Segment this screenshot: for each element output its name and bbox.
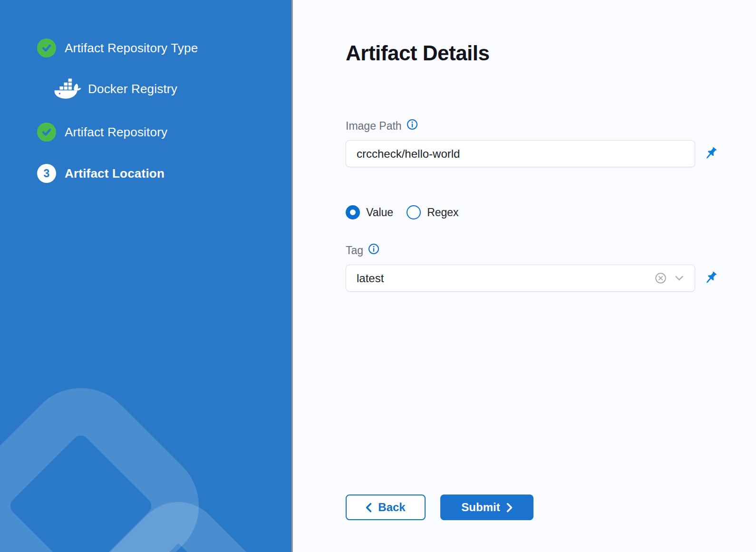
step-complete-check-icon <box>37 38 56 57</box>
radio-unselected-icon <box>407 205 421 219</box>
submit-button[interactable]: Submit <box>440 495 533 520</box>
tag-label: Tag <box>346 243 756 257</box>
radio-regex[interactable]: Regex <box>407 205 458 219</box>
step-artifact-location[interactable]: 3 Artifact Location <box>37 164 291 183</box>
substep-docker-registry[interactable]: Docker Registry <box>54 79 291 98</box>
docker-whale-icon <box>54 78 81 100</box>
wizard-sidebar: Artifact Repository Type <box>0 0 291 552</box>
pin-icon[interactable] <box>703 146 718 162</box>
image-path-input[interactable] <box>346 140 695 167</box>
step-artifact-repository-type[interactable]: Artifact Repository Type <box>37 38 291 57</box>
wizard-steps: Artifact Repository Type <box>0 0 291 183</box>
tag-input[interactable] <box>346 265 695 292</box>
clear-icon[interactable] <box>654 272 667 285</box>
wizard-footer: Back Submit <box>346 495 533 520</box>
artifact-details-panel: Artifact Details Image Path Value <box>293 0 756 552</box>
image-path-label-text: Image Path <box>346 120 402 133</box>
step-number-badge: 3 <box>37 164 56 183</box>
back-button[interactable]: Back <box>346 495 426 520</box>
image-path-label: Image Path <box>346 119 756 133</box>
info-icon[interactable] <box>407 119 418 133</box>
radio-selected-icon <box>346 205 360 219</box>
match-type-radio-group: Value Regex <box>346 205 756 219</box>
chevron-down-icon[interactable] <box>675 275 684 281</box>
step-label: Artifact Repository Type <box>65 41 198 56</box>
back-button-label: Back <box>378 501 405 514</box>
pin-icon[interactable] <box>703 270 718 286</box>
substep-label: Docker Registry <box>88 82 177 96</box>
page-title: Artifact Details <box>346 41 756 66</box>
chevron-right-icon <box>506 503 513 513</box>
info-icon[interactable] <box>368 243 379 257</box>
step-complete-check-icon <box>37 123 56 142</box>
submit-button-label: Submit <box>461 501 500 514</box>
step-label: Artifact Location <box>65 166 165 181</box>
chevron-left-icon <box>366 503 372 513</box>
radio-regex-label: Regex <box>427 206 458 219</box>
radio-value-label: Value <box>366 206 393 219</box>
step-label: Artifact Repository <box>65 125 167 140</box>
step-artifact-repository[interactable]: Artifact Repository <box>37 123 291 142</box>
radio-value[interactable]: Value <box>346 205 393 219</box>
tag-label-text: Tag <box>346 244 363 257</box>
